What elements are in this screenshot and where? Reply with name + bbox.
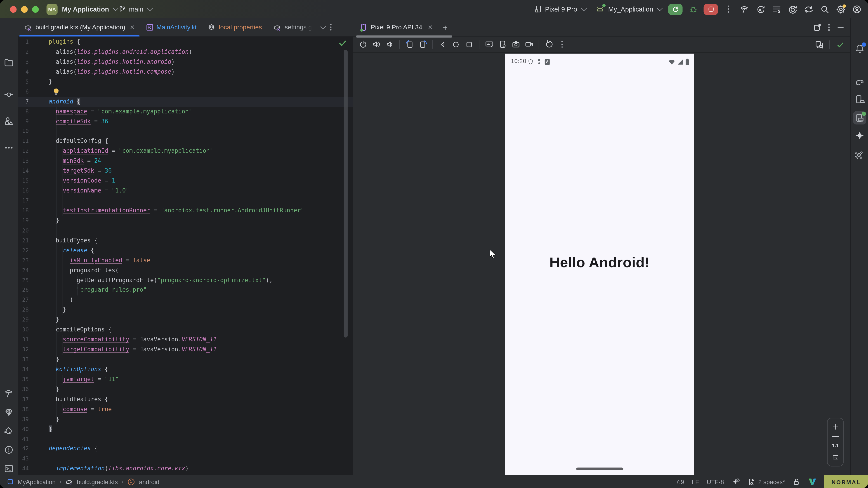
gesture-navigation-bar[interactable] <box>576 467 623 470</box>
notifications-button[interactable] <box>853 42 866 55</box>
code-line[interactable]: 13 minSdk = 24 <box>18 156 352 166</box>
debug-button[interactable] <box>688 4 699 15</box>
settings-button[interactable] <box>835 4 846 15</box>
account-button[interactable] <box>851 4 863 15</box>
code-line[interactable]: 19 } <box>18 216 352 226</box>
tab-local-properties[interactable]: local.properties <box>202 18 268 36</box>
code-line[interactable]: 28 } <box>18 305 352 315</box>
layout-inspector-button[interactable] <box>813 39 825 50</box>
volume-up-button[interactable] <box>370 38 382 50</box>
code-line[interactable]: 23 isMinifyEnabled = false <box>18 256 352 265</box>
code-line[interactable]: 16 versionName = "1.0" <box>18 186 352 196</box>
device-manager-tool-button[interactable] <box>853 93 866 106</box>
code-line[interactable]: 38 compose = true <box>18 404 352 414</box>
screen-record-button[interactable] <box>523 38 535 50</box>
ai-sparkle-disabled-icon[interactable] <box>732 478 740 486</box>
stop-button[interactable] <box>704 4 718 15</box>
logcat-cat-button[interactable] <box>2 424 16 437</box>
volume-down-button[interactable] <box>383 38 395 50</box>
tab-options-button[interactable] <box>327 18 335 36</box>
breadcrumb-file[interactable]: build.gradle.kts <box>77 478 118 485</box>
toolbar-more-button[interactable] <box>556 38 568 50</box>
code-line[interactable]: 5} <box>18 77 352 87</box>
airplane-tool-button[interactable] <box>853 148 866 161</box>
power-button[interactable] <box>357 38 369 50</box>
tab-mainactivity-kt[interactable]: MainActivity.kt <box>141 18 202 36</box>
code-line[interactable]: 12 applicationId = "com.example.myapplic… <box>18 146 352 156</box>
minimize-window-button[interactable] <box>21 6 28 12</box>
code-line[interactable]: 22 release { <box>18 246 352 256</box>
more-tool-windows-button[interactable] <box>2 141 16 154</box>
code-line[interactable]: 15 versionCode = 1 <box>18 176 352 186</box>
run-configuration-selector[interactable]: My_Application <box>592 4 663 15</box>
code-line[interactable]: 39 } <box>18 414 352 424</box>
snapshot-reset-button[interactable] <box>543 38 555 50</box>
branch-selector[interactable]: main <box>119 0 151 18</box>
code-line[interactable]: 42dependencies { <box>18 444 352 454</box>
code-line[interactable]: 1plugins { <box>18 37 352 47</box>
running-devices-tool-button[interactable] <box>853 111 866 125</box>
code-line[interactable]: 31 sourceCompatibility = JavaVersion.VER… <box>18 335 352 345</box>
line-ending[interactable]: LF <box>692 479 699 485</box>
back-button[interactable] <box>437 38 448 50</box>
rotate-left-button[interactable] <box>403 38 415 50</box>
zoom-reset-button[interactable]: 1:1 <box>832 443 839 448</box>
close-tab-icon[interactable]: ✕ <box>130 24 135 31</box>
build-tool-button[interactable] <box>2 387 16 400</box>
code-line[interactable]: 36 } <box>18 385 352 394</box>
code-line[interactable]: 27 ) <box>18 295 352 305</box>
screenshot-button[interactable] <box>510 38 522 50</box>
caret-position[interactable]: 7:9 <box>676 479 684 485</box>
code-line[interactable]: 34 kotlinOptions { <box>18 365 352 375</box>
code-line[interactable]: 21 buildTypes { <box>18 236 352 246</box>
open-in-new-window-icon[interactable] <box>813 23 822 32</box>
home-button[interactable] <box>450 38 462 50</box>
code-line[interactable]: 24 proguardFiles( <box>18 265 352 275</box>
panel-options-button[interactable] <box>829 24 830 31</box>
breadcrumb-element[interactable]: android <box>139 478 159 485</box>
rotate-right-button[interactable] <box>417 38 428 50</box>
code-line[interactable]: 29 } <box>18 315 352 325</box>
overview-button[interactable] <box>463 38 475 50</box>
project-selector[interactable]: My Application <box>62 0 117 18</box>
add-device-tab-button[interactable]: + <box>443 22 447 32</box>
code-line[interactable]: 43 <box>18 454 352 464</box>
device-screen[interactable]: 10:20 A Hello Android! <box>505 54 694 475</box>
gemini-tool-button[interactable] <box>853 129 866 142</box>
search-everywhere-button[interactable] <box>819 4 830 15</box>
code-line[interactable]: 20 <box>18 226 352 236</box>
device-tab-pixel-9-pro[interactable]: Pixel 9 Pro API 34 ✕ <box>352 23 437 31</box>
code-line[interactable]: 8 namespace = "com.example.myapplication… <box>18 107 352 117</box>
editor-scrollbar[interactable] <box>344 50 348 337</box>
code-line[interactable]: 14 targetSdk = 36 <box>18 166 352 176</box>
fit-to-window-button[interactable] <box>832 454 839 461</box>
show-keyboard-button[interactable] <box>483 38 495 50</box>
gradle-tool-button[interactable] <box>853 75 866 89</box>
build-button[interactable] <box>739 4 750 15</box>
code-line[interactable]: 33 } <box>18 355 352 365</box>
code-line[interactable]: 10 <box>18 126 352 136</box>
ideavim-icon[interactable] <box>808 478 817 486</box>
gradle-sync-button[interactable] <box>803 4 814 15</box>
hide-panel-icon[interactable] <box>836 23 845 32</box>
code-line[interactable]: 7android { <box>18 97 352 107</box>
code-line[interactable]: 26 "proguard-rules.pro" <box>18 285 352 295</box>
inspections-ok-icon[interactable] <box>338 38 348 48</box>
build-variants-gem-button[interactable] <box>2 405 16 419</box>
code-line[interactable]: 4 alias(libs.plugins.kotlin.compose) <box>18 67 352 77</box>
device-settings-button[interactable] <box>497 38 508 50</box>
indent-widget[interactable]: 2 spaces* <box>748 478 785 486</box>
restart-debugger-button[interactable] <box>787 4 798 15</box>
code-line[interactable]: 6 <box>18 87 352 97</box>
profiler-button[interactable] <box>771 4 782 15</box>
code-line[interactable]: 18 testInstrumentationRunner = "androidx… <box>18 206 352 216</box>
maximize-window-button[interactable] <box>32 6 39 12</box>
code-line[interactable]: 30 compileOptions { <box>18 325 352 335</box>
commit-tool-button[interactable] <box>2 88 16 101</box>
tab-list-dropdown[interactable] <box>317 18 327 36</box>
code-line[interactable]: 25 getDefaultProguardFile("proguard-andr… <box>18 275 352 285</box>
toolbar-scrollbar-thumb[interactable] <box>356 35 452 37</box>
vim-mode-badge[interactable]: NORMAL <box>825 475 868 488</box>
tab-build-gradle-kts[interactable]: K build.gradle.kts (My Application) ✕ <box>18 18 141 36</box>
code-line[interactable]: 41 <box>18 434 352 444</box>
